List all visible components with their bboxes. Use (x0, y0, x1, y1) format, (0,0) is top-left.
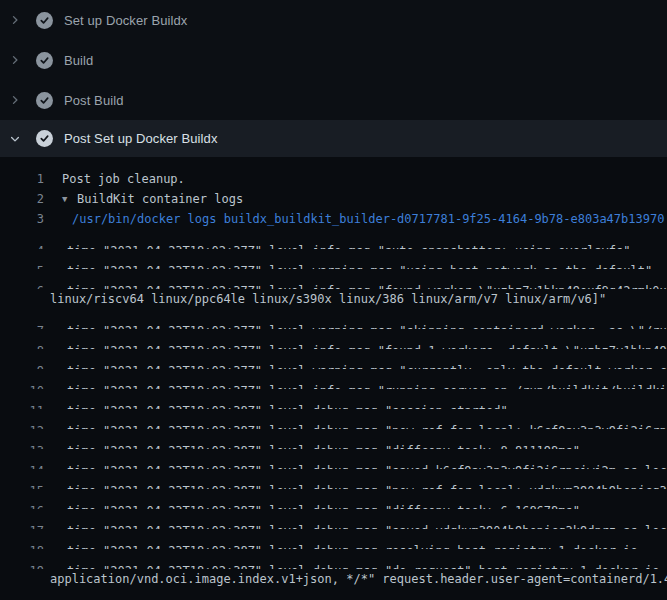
log-row: 1Post job cleanup. (0, 169, 667, 189)
log-text: time="2021-04-23T18:02:38Z" level=debug … (67, 461, 667, 469)
log-text: time="2021-04-23T18:02:38Z" level=debug … (67, 401, 508, 409)
log-row: linux/riscv64 linux/ppc64le linux/s390x … (0, 289, 667, 309)
line-number[interactable]: 17 (0, 521, 44, 529)
line-number (0, 289, 44, 309)
log-row: 11time="2021-04-23T18:02:38Z" level=debu… (0, 389, 667, 409)
chevron-right-icon[interactable] (9, 14, 21, 26)
log-row: 5time="2021-04-23T18:02:37Z" level=warni… (0, 249, 667, 269)
line-number[interactable]: 15 (0, 481, 44, 489)
line-number[interactable]: 19 (0, 561, 44, 569)
line-number[interactable]: 8 (0, 341, 44, 349)
check-circle-icon (36, 12, 53, 29)
log-row: 10time="2021-04-23T18:02:37Z" level=info… (0, 369, 667, 389)
line-number (0, 569, 44, 589)
log-command-text: /usr/bin/docker logs buildx_buildkit_bui… (72, 209, 664, 229)
step-label: Set up Docker Buildx (64, 13, 187, 28)
log-row: 4time="2021-04-23T18:02:37Z" level=info … (0, 229, 667, 249)
log-row: 18time="2021-04-23T18:02:38Z" level=debu… (0, 529, 667, 549)
log-row: 12time="2021-04-23T18:02:38Z" level=debu… (0, 409, 667, 429)
check-circle-icon (36, 92, 53, 109)
step-label: Post Build (64, 93, 124, 108)
log-text: time="2021-04-23T18:02:37Z" level=info m… (67, 381, 667, 389)
log-row: 9time="2021-04-23T18:02:37Z" level=warni… (0, 349, 667, 369)
log-text: time="2021-04-23T18:02:37Z" level=warnin… (67, 321, 667, 329)
log-row: 8time="2021-04-23T18:02:37Z" level=info … (0, 329, 667, 349)
line-number[interactable]: 16 (0, 501, 44, 509)
log-row: 16time="2021-04-23T18:02:38Z" level=debu… (0, 489, 667, 509)
log-row: 7time="2021-04-23T18:02:37Z" level=warni… (0, 309, 667, 329)
line-number[interactable]: 4 (0, 241, 44, 249)
log-text: time="2021-04-23T18:02:37Z" level=warnin… (67, 361, 667, 369)
line-number[interactable]: 18 (0, 541, 44, 549)
log-text: application/vnd.oci.image.index.v1+json,… (50, 569, 667, 589)
log-text: time="2021-04-23T18:02:38Z" level=debug … (67, 481, 667, 489)
log-text: time="2021-04-23T18:02:37Z" level=info m… (67, 241, 631, 249)
check-circle-icon (36, 52, 53, 69)
line-number[interactable]: 11 (0, 401, 44, 409)
log-text: time="2021-04-23T18:02:38Z" level=debug … (67, 501, 580, 509)
group-toggle-icon[interactable]: ▼ (62, 189, 77, 209)
line-number[interactable]: 13 (0, 441, 44, 449)
log-row: 3/usr/bin/docker logs buildx_buildkit_bu… (0, 209, 667, 229)
log-text: time="2021-04-23T18:02:38Z" level=debug … (67, 421, 667, 429)
log-text: time="2021-04-23T18:02:37Z" level=info m… (67, 341, 667, 349)
log-row: 14time="2021-04-23T18:02:38Z" level=debu… (0, 449, 667, 469)
log-row: application/vnd.oci.image.index.v1+json,… (0, 569, 667, 589)
chevron-down-icon[interactable] (9, 133, 21, 145)
step-header-post-set-up-docker-buildx[interactable]: Post Set up Docker Buildx (0, 120, 667, 157)
log-row: 15time="2021-04-23T18:02:38Z" level=debu… (0, 469, 667, 489)
log-panel: 1Post job cleanup.2▼BuildKit container l… (0, 157, 667, 600)
log-text: Post job cleanup. (62, 169, 185, 189)
chevron-right-icon[interactable] (9, 54, 21, 66)
log-row: 13time="2021-04-23T18:02:38Z" level=debu… (0, 429, 667, 449)
log-row: 19time="2021-04-23T18:02:38Z" level=debu… (0, 549, 667, 569)
line-number[interactable]: 12 (0, 421, 44, 429)
step-header-post-build[interactable]: Post Build (0, 80, 667, 120)
log-text: time="2021-04-23T18:02:37Z" level=info m… (67, 281, 667, 289)
step-header-set-up-docker-buildx[interactable]: Set up Docker Buildx (0, 0, 667, 40)
log-text: time="2021-04-23T18:02:38Z" level=debug … (67, 541, 638, 549)
line-number[interactable]: 5 (0, 261, 44, 269)
line-number[interactable]: 3 (0, 209, 44, 229)
line-number[interactable]: 1 (0, 169, 44, 189)
log-text: linux/riscv64 linux/ppc64le linux/s390x … (50, 289, 606, 309)
line-number[interactable]: 2 (0, 189, 44, 209)
step-label: Post Set up Docker Buildx (64, 131, 218, 146)
step-header-build[interactable]: Build (0, 40, 667, 80)
chevron-right-icon[interactable] (9, 94, 21, 106)
log-row: 17time="2021-04-23T18:02:38Z" level=debu… (0, 509, 667, 529)
line-number[interactable]: 10 (0, 381, 44, 389)
log-text: time="2021-04-23T18:02:37Z" level=warnin… (67, 261, 652, 269)
step-label: Build (64, 53, 93, 68)
log-row: 2▼BuildKit container logs (0, 189, 667, 209)
line-number[interactable]: 14 (0, 461, 44, 469)
log-row: 6time="2021-04-23T18:02:37Z" level=info … (0, 269, 667, 289)
workflow-steps-list: Set up Docker BuildxBuildPost BuildPost … (0, 0, 667, 157)
log-row: 20time="2021-04-23T18:02:38Z" level=debu… (0, 589, 667, 600)
log-text: time="2021-04-23T18:02:38Z" level=debug … (67, 561, 667, 569)
check-circle-icon (36, 130, 53, 147)
log-text: BuildKit container logs (77, 189, 243, 209)
line-number[interactable]: 9 (0, 361, 44, 369)
log-text: time="2021-04-23T18:02:38Z" level=debug … (67, 441, 580, 449)
line-number[interactable]: 6 (0, 281, 44, 289)
log-text: time="2021-04-23T18:02:38Z" level=debug … (67, 521, 667, 529)
line-number[interactable]: 7 (0, 321, 44, 329)
